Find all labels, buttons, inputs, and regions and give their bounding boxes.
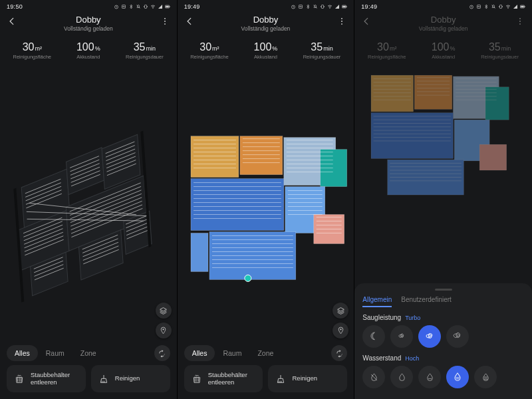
chevron-left-icon bbox=[7, 17, 17, 26]
tab-zone[interactable]: Zone bbox=[249, 345, 281, 361]
bottom-controls: Alles Raum Zone Staubbehälter entleeren … bbox=[178, 342, 354, 399]
mode-tabs: Alles Raum Zone bbox=[7, 345, 104, 361]
water-medium[interactable] bbox=[418, 366, 441, 388]
svg-rect-23 bbox=[322, 5, 324, 9]
empty-dustbin-label: Staubbehälter entleeren bbox=[31, 372, 79, 386]
svg-point-9 bbox=[164, 23, 166, 25]
battery-icon bbox=[520, 4, 525, 9]
cycle-icon bbox=[158, 349, 166, 358]
layers-icon bbox=[159, 307, 168, 315]
layers-button[interactable] bbox=[156, 303, 172, 319]
moon-icon bbox=[368, 331, 379, 342]
locate-button[interactable] bbox=[156, 323, 172, 338]
screen-1: 19:50 Dobby Vollständig geladen bbox=[0, 0, 178, 399]
water-high[interactable] bbox=[446, 366, 469, 388]
svg-point-20 bbox=[163, 329, 164, 330]
svg-rect-48 bbox=[525, 6, 525, 7]
suction-standard[interactable] bbox=[390, 325, 413, 348]
map-area[interactable] bbox=[0, 63, 177, 342]
droplet-off-icon bbox=[369, 372, 379, 382]
alarm-icon bbox=[291, 4, 296, 9]
silent-icon bbox=[136, 4, 141, 9]
more-button[interactable] bbox=[157, 13, 173, 29]
tab-all[interactable]: Alles bbox=[7, 345, 38, 361]
chevron-left-icon bbox=[185, 17, 194, 26]
droplet-max-icon bbox=[481, 372, 491, 382]
svg-point-24 bbox=[330, 8, 331, 9]
tab-general[interactable]: Allgemein bbox=[362, 296, 392, 307]
pin-icon bbox=[159, 327, 168, 335]
header: Dobby Vollständig geladen bbox=[354, 12, 532, 36]
clean-button[interactable]: Reinigen bbox=[268, 365, 347, 392]
svg-rect-58 bbox=[479, 144, 507, 170]
signal-icon bbox=[334, 4, 340, 9]
header: Dobby Vollständig geladen bbox=[0, 12, 177, 36]
locate-button[interactable] bbox=[332, 323, 348, 338]
wifi-icon bbox=[505, 4, 511, 9]
stats-row: 30m²Reinigungsfläche 100%Akkustand 35min… bbox=[354, 36, 532, 63]
cycle-button[interactable] bbox=[154, 345, 170, 361]
stats-row: 30m²Reinigungsfläche 100%Akkustand 35min… bbox=[178, 36, 354, 63]
water-low[interactable] bbox=[390, 366, 413, 388]
silent-icon bbox=[491, 4, 496, 9]
tab-zone[interactable]: Zone bbox=[72, 345, 104, 361]
sheet-handle[interactable] bbox=[435, 289, 452, 291]
water-max[interactable] bbox=[474, 366, 497, 388]
tab-all[interactable]: Alles bbox=[184, 345, 215, 361]
more-button[interactable] bbox=[334, 13, 350, 29]
dustbin-icon bbox=[191, 373, 203, 385]
vibrate-icon bbox=[498, 4, 503, 9]
tab-custom[interactable]: Benutzerdefiniert bbox=[401, 296, 452, 307]
fan-low-icon bbox=[396, 331, 407, 342]
status-time: 19:49 bbox=[361, 3, 377, 10]
water-label: Wasserstand bbox=[362, 354, 401, 362]
alarm-icon bbox=[469, 4, 474, 9]
suction-quiet[interactable] bbox=[362, 325, 385, 348]
map-area[interactable] bbox=[354, 63, 532, 215]
tab-room[interactable]: Raum bbox=[38, 345, 72, 361]
more-button[interactable] bbox=[512, 13, 528, 29]
status-icons bbox=[469, 4, 525, 9]
stat-area: 30m² Reinigungsfläche bbox=[4, 41, 61, 60]
fan-high-icon bbox=[424, 331, 436, 342]
suction-row: SaugleistungTurbo bbox=[362, 314, 524, 348]
layers-button[interactable] bbox=[332, 303, 348, 319]
suction-max[interactable] bbox=[446, 325, 469, 348]
header: Dobby Vollständig geladen bbox=[178, 12, 354, 36]
svg-rect-52 bbox=[371, 75, 413, 112]
stats-row: 30m² Reinigungsfläche 100% Akkustand 35m… bbox=[0, 36, 177, 63]
mode-tabs: Alles Raum Zone bbox=[184, 345, 282, 361]
suction-turbo[interactable] bbox=[418, 325, 441, 348]
tab-room[interactable]: Raum bbox=[215, 345, 249, 361]
svg-rect-11 bbox=[66, 148, 104, 195]
water-value: Hoch bbox=[405, 355, 419, 362]
svg-point-29 bbox=[341, 21, 342, 22]
svg-point-50 bbox=[519, 21, 521, 22]
back-button[interactable] bbox=[4, 13, 20, 29]
svg-point-28 bbox=[341, 18, 342, 19]
settings-sheet: Allgemein Benutzerdefiniert Saugleistung… bbox=[354, 283, 532, 399]
vibrate-icon bbox=[143, 4, 148, 9]
empty-dustbin-button[interactable]: Staubbehälter entleeren bbox=[7, 365, 86, 392]
alarm-icon bbox=[114, 4, 119, 9]
empty-dustbin-button[interactable]: Staubbehälter entleeren bbox=[184, 365, 263, 392]
svg-point-51 bbox=[519, 23, 521, 25]
nfc-icon bbox=[121, 4, 126, 9]
back-button[interactable] bbox=[358, 13, 374, 29]
water-off[interactable] bbox=[362, 366, 385, 388]
svg-rect-44 bbox=[499, 5, 501, 9]
clean-button[interactable]: Reinigen bbox=[91, 365, 170, 392]
dots-vertical-icon bbox=[160, 17, 170, 26]
svg-rect-47 bbox=[521, 6, 524, 8]
droplet-low-icon bbox=[397, 372, 407, 382]
bluetooth-icon bbox=[128, 4, 134, 9]
stat-duration: 35min Reinigungsdauer bbox=[116, 41, 173, 60]
battery-icon bbox=[165, 4, 170, 9]
cycle-button[interactable] bbox=[331, 345, 347, 361]
map-area[interactable] bbox=[178, 63, 354, 342]
dots-vertical-icon bbox=[515, 17, 525, 26]
signal-icon bbox=[158, 4, 163, 9]
page-title: Dobby bbox=[7, 15, 170, 25]
back-button[interactable] bbox=[182, 13, 198, 29]
clean-icon bbox=[275, 373, 287, 385]
